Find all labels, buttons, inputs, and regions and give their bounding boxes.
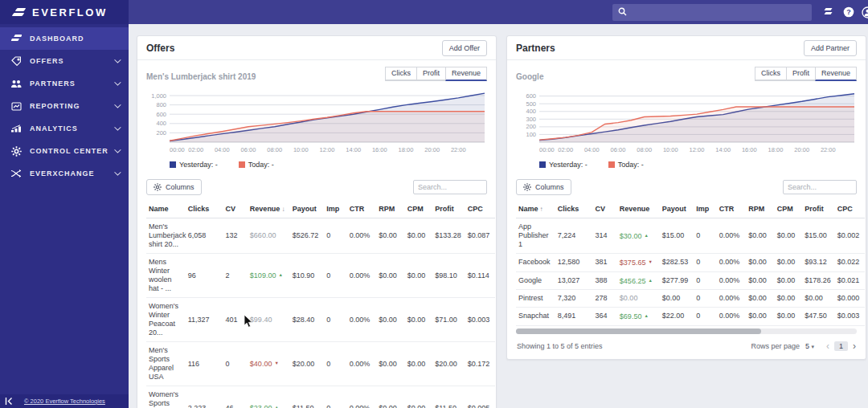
svg-text:00:00: 00:00	[170, 146, 185, 153]
cell-rpm: $0.00	[376, 386, 405, 408]
column-header-imp[interactable]: Imp	[324, 200, 346, 218]
table-row[interactable]: Women's Sports Apparel - ...2,22346$23.0…	[146, 386, 495, 408]
cell-name: Women's Sports Apparel - ...	[146, 386, 186, 408]
column-header-ctr[interactable]: CTR	[347, 200, 377, 218]
chevron-down-icon	[114, 169, 121, 175]
table-row[interactable]: App Publisher 17,224314$30.00▲$15.0000.0…	[516, 218, 865, 254]
cell-clicks: 96	[186, 254, 223, 298]
cell-cv: 0	[223, 342, 247, 386]
column-header-cpm[interactable]: CPM	[775, 200, 803, 218]
partners-chart-title: Google	[516, 72, 543, 81]
collapse-sidebar-icon[interactable]	[5, 397, 13, 406]
column-header-cv[interactable]: CV	[223, 200, 247, 218]
sidebar-item-everxchange[interactable]: EVERXCHANGE	[0, 162, 129, 185]
cell-ctr: 0.00%	[347, 298, 377, 342]
logo[interactable]: EVERFLOW	[0, 0, 129, 24]
cell-imp: 0	[694, 218, 716, 254]
sidebar-item-partners[interactable]: PARTNERS	[0, 72, 129, 95]
svg-text:06:00: 06:00	[241, 146, 256, 153]
cell-name: Women's Winter Peacoat 20...	[146, 298, 186, 342]
sidebar-item-reporting[interactable]: REPORTING	[0, 95, 129, 117]
column-header-rpm[interactable]: RPM	[746, 200, 775, 218]
table-row[interactable]: Snapchat8,491364$69.50▲$22.0000.00%$0.00…	[516, 308, 865, 326]
column-header-clicks[interactable]: Clicks	[555, 200, 593, 218]
chevron-down-icon	[114, 101, 121, 108]
cell-ctr: 0.00%	[347, 218, 377, 254]
table-row[interactable]: Facebook12,580381$375.65▼$282.5300.00%$0…	[516, 254, 865, 272]
svg-text:300: 300	[526, 116, 536, 123]
column-header-name[interactable]: Name	[146, 200, 186, 218]
logo-text: EVERFLOW	[32, 6, 108, 18]
next-page-button[interactable]: ›	[853, 341, 856, 352]
column-header-name[interactable]: Name↑	[516, 200, 555, 218]
columns-button[interactable]: Columns	[146, 179, 202, 195]
column-header-cpa[interactable]: CPA	[864, 200, 865, 218]
partners-table-hscrollbar	[516, 328, 857, 334]
cell-imp: 0	[694, 308, 716, 326]
table-row[interactable]: Men's Lumberjack shirt 20...6,058132$660…	[146, 218, 495, 254]
table-row[interactable]: Google13,027388$456.25▲$277.9900.00%$0.0…	[516, 271, 865, 290]
cell-profit: $20.00	[432, 342, 465, 386]
column-header-profit[interactable]: Profit	[432, 200, 465, 218]
column-header-profit[interactable]: Profit	[802, 200, 835, 218]
table-row[interactable]: Pintrest7,320278$0.00$0.0000.00%$0.00$0.…	[516, 290, 865, 308]
partners-table-search-input[interactable]	[783, 180, 857, 194]
svg-text:00:00: 00:00	[539, 146, 555, 153]
tab-profit[interactable]: Profit	[786, 67, 816, 81]
rows-per-page-select[interactable]: 5 ▾	[805, 342, 814, 350]
partners-metric-tabs: Clicks Profit Revenue	[755, 67, 857, 81]
column-header-rpm[interactable]: RPM	[376, 200, 405, 218]
column-header-clicks[interactable]: Clicks	[186, 200, 223, 218]
column-header-imp[interactable]: Imp	[694, 200, 716, 218]
columns-button[interactable]: Columns	[516, 179, 571, 195]
cell-cpm: $0.00	[775, 290, 803, 308]
tab-revenue[interactable]: Revenue	[445, 67, 487, 81]
add-offer-button[interactable]: Add Offer	[442, 40, 487, 56]
svg-text:500: 500	[526, 100, 536, 108]
cell-cpa: $0.00	[494, 254, 495, 298]
prev-page-button[interactable]: ‹	[826, 341, 829, 352]
cell-cv: 381	[592, 254, 616, 272]
column-header-cpc[interactable]: CPC	[835, 200, 865, 218]
offers-table-search-input[interactable]	[413, 180, 487, 194]
partners-icon	[10, 78, 22, 89]
copyright-link[interactable]: © 2020 Everflow Technologies	[24, 398, 105, 405]
column-header-cpa[interactable]: CPA	[494, 200, 495, 218]
sidebar-item-dashboard[interactable]: DASHBOARD	[0, 27, 129, 50]
column-header-cpm[interactable]: CPM	[405, 200, 433, 218]
column-header-payout[interactable]: Payout	[660, 200, 694, 218]
column-header-ctr[interactable]: CTR	[717, 200, 747, 218]
add-partner-button[interactable]: Add Partner	[804, 40, 857, 56]
sidebar-item-control-center[interactable]: CONTROL CENTER	[0, 140, 129, 162]
column-header-revenue[interactable]: Revenue	[617, 200, 660, 218]
tab-revenue[interactable]: Revenue	[815, 67, 857, 81]
cell-imp: 0	[324, 254, 346, 298]
cell-payout: $22.00	[660, 308, 694, 326]
table-row[interactable]: Women's Winter Peacoat 20...11,327401$99…	[146, 298, 495, 342]
column-header-cv[interactable]: CV	[592, 200, 616, 218]
scrollbar-thumb[interactable]	[516, 328, 761, 334]
tab-clicks[interactable]: Clicks	[755, 67, 787, 81]
column-header-revenue[interactable]: Revenue↓	[248, 200, 290, 218]
global-search-input[interactable]	[632, 8, 806, 17]
help-icon[interactable]: ?	[842, 6, 854, 18]
tab-profit[interactable]: Profit	[416, 67, 446, 81]
cell-payout: $0.00	[660, 290, 694, 308]
column-header-cpc[interactable]: CPC	[465, 200, 495, 218]
table-row[interactable]: Mens Winter woolen hat - ...962$109.00▲$…	[146, 254, 495, 298]
legend-today: Today: -	[608, 161, 644, 169]
table-row[interactable]: Men's Sports Apparel USA1160$40.00▼$20.0…	[146, 342, 495, 386]
stack-icon[interactable]	[823, 6, 835, 18]
global-search[interactable]	[612, 4, 812, 21]
cell-cpc: $0.003	[465, 298, 495, 342]
sidebar-item-analytics[interactable]: ANALYTICS	[0, 117, 129, 140]
page-number-button[interactable]: 1	[834, 341, 848, 351]
svg-text:200: 200	[526, 123, 536, 130]
cell-revenue: $40.00▼	[248, 342, 290, 386]
sidebar-item-offers[interactable]: OFFERS	[0, 50, 129, 72]
trend-down-icon: ▼	[648, 259, 652, 264]
svg-text:100: 100	[526, 131, 536, 138]
column-header-payout[interactable]: Payout	[290, 200, 325, 218]
account-icon[interactable]	[862, 6, 868, 18]
tab-clicks[interactable]: Clicks	[385, 67, 417, 81]
